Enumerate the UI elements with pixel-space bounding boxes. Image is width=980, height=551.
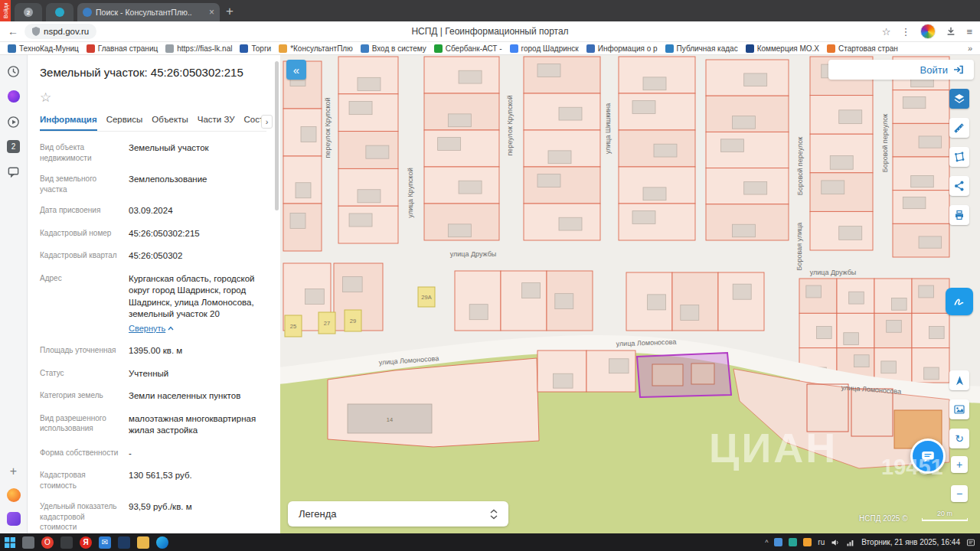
parcel[interactable]	[619, 93, 695, 130]
taskbar-app-navy[interactable]	[118, 536, 130, 549]
taskbar-app-explorer[interactable]	[137, 536, 149, 549]
selected-parcel[interactable]	[637, 353, 731, 397]
building	[887, 320, 902, 332]
parcel[interactable]	[619, 204, 695, 240]
tab-parts[interactable]: Части ЗУ	[198, 115, 235, 131]
field-value: 45:26:050302:215	[129, 228, 266, 240]
legend-toggle[interactable]: Легенда	[288, 501, 508, 527]
panel-collapse-button[interactable]: «	[286, 60, 306, 80]
reset-view-button[interactable]: ↻	[949, 429, 969, 448]
draw-feedback-button[interactable]	[946, 288, 973, 315]
field-label: Категория земель	[40, 390, 119, 403]
tabs-overflow-icon[interactable]: ›	[261, 115, 273, 129]
taskbar-app-dark[interactable]	[60, 536, 73, 549]
print-button[interactable]	[949, 205, 969, 225]
tray-icon[interactable]	[803, 538, 812, 546]
map-canvas[interactable]: переулок Крупской улица Крупской переуло…	[280, 55, 980, 533]
tray-chevron-icon[interactable]: ^	[765, 539, 768, 546]
chat-fab-button[interactable]	[910, 439, 946, 474]
kebab-menu-icon[interactable]: ⋮	[900, 27, 910, 37]
favicon	[361, 44, 369, 53]
services-icon[interactable]	[7, 512, 21, 526]
bookmark[interactable]: Главная страниц	[87, 44, 158, 53]
taskbar-app-mail[interactable]: ✉	[99, 536, 111, 549]
taskbar-app-yandex[interactable]: Я	[80, 536, 92, 549]
history-icon[interactable]	[7, 64, 21, 78]
browser-menu-icon[interactable]: ≡	[966, 27, 972, 37]
tab-services[interactable]: Сервисы	[106, 115, 143, 131]
bookmark[interactable]: https://fias-lk.nal	[165, 44, 232, 53]
url-field[interactable]: nspd.gov.ru	[24, 24, 96, 39]
add-panel-icon[interactable]: +	[10, 465, 17, 478]
bookmark[interactable]: *КонсультантПлю	[279, 44, 353, 53]
address-collapse-link[interactable]: Свернуть	[129, 323, 174, 334]
notifications-icon[interactable]	[966, 538, 975, 547]
taskbar-app-search[interactable]	[22, 536, 34, 549]
field-row: Площадь уточненная1395.00 кв. м	[40, 345, 266, 357]
building	[643, 77, 666, 90]
bookmark[interactable]: Стартовая стран	[827, 44, 898, 53]
pinned-tab[interactable]	[46, 3, 74, 21]
tab-close-icon[interactable]: ×	[209, 8, 214, 17]
tab-information[interactable]: Информация	[40, 115, 97, 131]
building	[681, 305, 699, 321]
parcel[interactable]	[455, 271, 501, 331]
bookmark[interactable]: Торги	[240, 44, 271, 53]
field-label: Статус	[40, 368, 119, 380]
bookmark-star-icon[interactable]: ☆	[882, 27, 891, 37]
taskbar-app-edge[interactable]	[156, 536, 168, 549]
measure-area-button[interactable]	[949, 147, 969, 167]
favorite-star-icon[interactable]: ☆	[40, 90, 266, 106]
player-icon[interactable]	[7, 115, 21, 129]
tab-objects[interactable]: Объекты	[152, 115, 188, 131]
bookmarks-overflow-icon[interactable]: »	[968, 44, 972, 53]
alice-icon[interactable]	[7, 90, 21, 103]
avatar[interactable]	[920, 24, 936, 39]
bookmark[interactable]: Информация о р	[586, 44, 658, 53]
bookmark[interactable]: ТехноКад-Муниц	[8, 44, 79, 53]
messenger-badge[interactable]: 2	[7, 140, 20, 153]
zoom-in-button[interactable]: +	[951, 456, 968, 473]
clock[interactable]: Вторник, 21 янв 2025, 16:44	[861, 538, 960, 546]
bookmark[interactable]: город Шадринск	[510, 44, 579, 53]
active-tab[interactable]: Поиск - КонсультантПлю.. ×	[77, 3, 220, 21]
map-area[interactable]: переулок Крупской улица Крупской переуло…	[280, 55, 980, 533]
bookmark[interactable]: Публичная кадас	[665, 44, 738, 53]
new-tab-button[interactable]: +	[226, 4, 234, 19]
chat-icon[interactable]	[7, 165, 21, 178]
panel-scrollbar[interactable]	[275, 61, 279, 210]
tray-icon[interactable]	[774, 538, 782, 546]
parcel[interactable]	[501, 271, 547, 331]
layers-button[interactable]	[949, 89, 969, 109]
parcel[interactable]	[672, 272, 718, 331]
browser-signin-badge[interactable]: Войди	[0, 0, 11, 21]
taskbar-app-browser-o[interactable]: O	[41, 536, 54, 549]
games-icon[interactable]	[7, 488, 21, 502]
bookmark[interactable]: Коммерция МО.Х	[746, 44, 819, 53]
basemap-button[interactable]	[949, 399, 969, 419]
bookmark[interactable]: Сбербанк-АСТ -	[434, 44, 502, 53]
back-icon[interactable]: ←	[8, 25, 18, 37]
volume-icon[interactable]	[831, 538, 840, 547]
parcel[interactable]	[718, 272, 764, 331]
share-icon	[953, 180, 965, 192]
tray-icon[interactable]	[789, 538, 797, 546]
building	[522, 283, 541, 298]
parcel[interactable]	[524, 167, 600, 204]
share-button[interactable]	[949, 176, 969, 196]
login-button[interactable]: Войти	[828, 60, 974, 80]
ruler-button[interactable]	[949, 118, 969, 138]
bookmark[interactable]: Вход в систему	[361, 44, 426, 53]
locate-button[interactable]	[949, 370, 969, 390]
parcel[interactable]	[424, 130, 499, 167]
field-row: Вид земельного участкаЗемлепользование	[40, 174, 266, 194]
language-indicator[interactable]: ru	[818, 538, 825, 546]
screen: Войди 2 Поиск - КонсультантПлю.. × + ← n…	[0, 0, 980, 551]
pinned-tab-counter[interactable]: 2	[15, 3, 42, 21]
parcel[interactable]	[706, 132, 789, 168]
zoom-out-button[interactable]: −	[951, 485, 968, 502]
start-button[interactable]	[5, 537, 15, 548]
parcel[interactable]	[524, 57, 600, 93]
network-icon[interactable]	[846, 538, 855, 547]
download-icon[interactable]	[946, 26, 956, 37]
